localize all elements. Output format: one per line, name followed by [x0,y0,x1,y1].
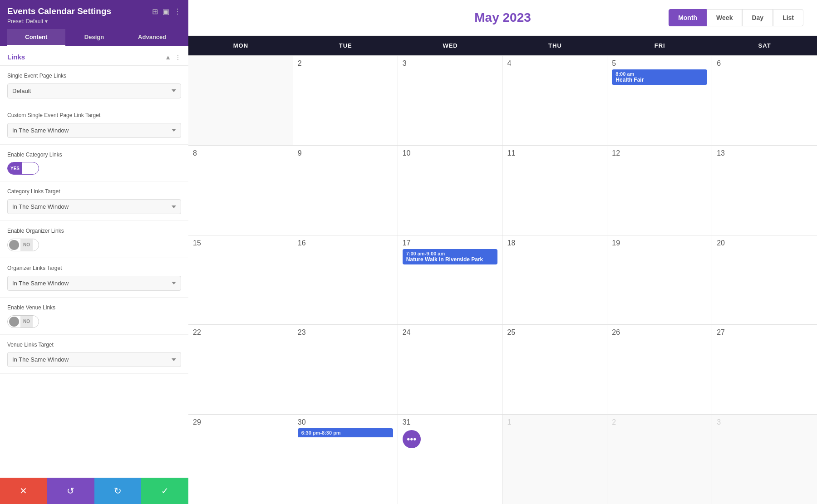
category-links-target-label: Category Links Target [7,188,181,196]
venue-links-target-field: Venue Links Target In The Same Window In… [0,335,188,374]
date-label: 1 [507,418,511,426]
date-label: 22 [193,328,201,336]
category-links-target-select[interactable]: In The Same Window In A New Window [7,199,181,214]
enable-venue-links-label: Enable Venue Links [7,304,181,312]
date-label: 27 [717,328,725,336]
more-icon[interactable]: ⋮ [174,7,181,16]
event-health-fair[interactable]: 8:00 am Health Fair [612,69,707,85]
calendar-cell: 24 [398,325,503,414]
date-label: 20 [717,239,725,247]
more-events-button[interactable]: ••• [403,430,421,448]
panel-title: Events Calendar Settings [7,6,111,16]
view-list-button[interactable]: List [773,9,803,26]
screenshot-icon[interactable]: ⊞ [152,7,158,16]
tab-design[interactable]: Design [65,29,123,46]
calendar-week-3: 15 16 17 7:00 am-9:00 am Nature Walk in … [188,235,817,325]
calendar-title: May 2023 [474,10,531,25]
day-header-wed: WED [398,36,503,55]
organizer-links-target-label: Organizer Links Target [7,264,181,272]
collapse-icon[interactable]: ▲ [165,54,171,61]
calendar-week-2: 8 9 10 11 12 13 [188,145,817,235]
calendar-cell: 2 [293,56,398,145]
toggle-thumb-off-venue [9,317,19,327]
view-month-button[interactable]: Month [669,9,707,26]
date-label: 19 [612,239,620,247]
enable-organizer-links-toggle[interactable]: NO [7,239,39,251]
enable-category-links-label: Enable Category Links [7,151,181,159]
date-label: 17 [403,239,411,247]
view-week-button[interactable]: Week [707,9,742,26]
save-button[interactable]: ✓ [141,478,188,504]
category-links-target-field: Category Links Target In The Same Window… [0,181,188,221]
enable-organizer-links-label: Enable Organizer Links [7,227,181,235]
calendar-cell: 19 [607,235,712,325]
cancel-button[interactable]: ✕ [0,478,47,504]
preset-selector[interactable]: Preset: Default ▾ [7,18,181,24]
calendar-grid: MON TUE WED THU FRI SAT 2 3 4 [188,36,817,504]
action-bar: ✕ ↺ ↻ ✓ [0,478,188,504]
date-label: 16 [298,239,306,247]
links-section-header: Links ▲ ⋮ [0,46,188,66]
single-event-page-links-select[interactable]: Default Custom [7,83,181,98]
venue-links-target-label: Venue Links Target [7,341,181,349]
organizer-links-target-select[interactable]: In The Same Window In A New Window [7,276,181,291]
calendar-cell: 26 [607,325,712,414]
enable-organizer-links-field: Enable Organizer Links NO [0,221,188,258]
calendar-cell: 1 [502,415,607,504]
day-header-thu: THU [502,36,607,55]
calendar-cell: 3 [712,415,817,504]
date-label: 2 [298,59,302,67]
event-name: Nature Walk in Riverside Park [406,256,494,263]
tab-advanced[interactable]: Advanced [123,29,181,46]
day-header-mon: MON [188,36,293,55]
enable-category-links-toggle[interactable]: YES [7,162,39,175]
calendar-cell: 29 [188,415,293,504]
calendar-cell: 18 [502,235,607,325]
date-label: 8 [193,149,197,157]
calendar-cell-fri-5: 5 8:00 am Health Fair [607,56,712,145]
date-label: 2 [612,418,616,426]
day-header-sat: SAT [712,36,817,55]
toggle-no-label-venue: NO [20,316,33,328]
calendar-cell: 16 [293,235,398,325]
calendar-cell: 2 [607,415,712,504]
event-630pm[interactable]: 6:30 pm-8:30 pm [298,428,393,437]
calendar-cell: 25 [502,325,607,414]
view-day-button[interactable]: Day [742,9,773,26]
date-label: 30 [298,418,306,426]
calendar-cell: 11 [502,146,607,235]
calendar-week-1: 2 3 4 5 8:00 am Health Fair 6 [188,55,817,145]
panel-body: Links ▲ ⋮ Single Event Page Links Defaul… [0,46,188,504]
date-label: 3 [403,59,407,67]
calendar-cell: 3 [398,56,503,145]
settings-panel: Events Calendar Settings ⊞ ▣ ⋮ Preset: D… [0,0,188,504]
undo-button[interactable]: ↺ [47,478,94,504]
event-time: 6:30 pm-8:30 pm [301,430,389,435]
day-header-tue: TUE [293,36,398,55]
toggle-no-label: NO [20,239,33,251]
enable-venue-links-toggle[interactable]: NO [7,315,39,328]
custom-single-event-link-target-field: Custom Single Event Page Link Target In … [0,105,188,145]
venue-links-target-select[interactable]: In The Same Window In A New Window [7,352,181,367]
calendar-cell: 23 [293,325,398,414]
custom-single-event-link-target-select[interactable]: In The Same Window In A New Window [7,123,181,138]
single-event-page-links-field: Single Event Page Links Default Custom [0,66,188,105]
date-label: 15 [193,239,201,247]
day-header-fri: FRI [607,36,712,55]
tab-content[interactable]: Content [7,29,65,46]
calendar-cell [188,56,293,145]
redo-button[interactable]: ↻ [94,478,142,504]
date-label: 6 [717,59,721,67]
calendar-cell: 15 [188,235,293,325]
calendar-cell: 8 [188,146,293,235]
calendar-cell: 20 [712,235,817,325]
section-menu-icon[interactable]: ⋮ [175,54,181,61]
calendar-cell: 22 [188,325,293,414]
layout-icon[interactable]: ▣ [162,7,169,16]
toggle-thumb [24,163,34,173]
calendar-cell: 10 [398,146,503,235]
date-label: 11 [507,149,515,157]
panel-header-icons: ⊞ ▣ ⋮ [152,7,181,16]
event-nature-walk[interactable]: 7:00 am-9:00 am Nature Walk in Riverside… [403,249,498,264]
calendar-cell-wed-17: 17 7:00 am-9:00 am Nature Walk in Rivers… [398,235,503,325]
